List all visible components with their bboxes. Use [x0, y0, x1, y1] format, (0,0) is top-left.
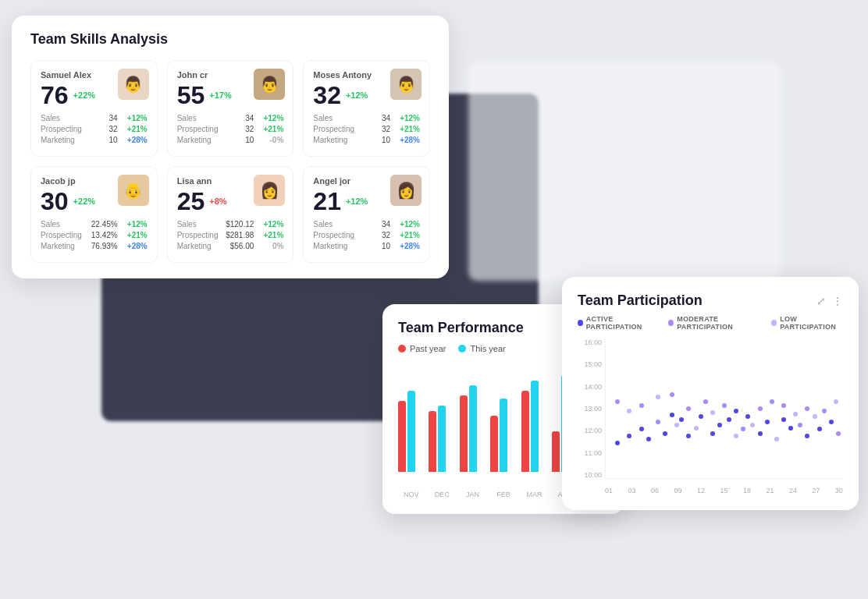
scatter-dot	[694, 426, 699, 431]
scatter-dot	[798, 423, 802, 427]
metric-value: 10	[361, 136, 390, 144]
avatar-placeholder: 👩	[254, 175, 285, 206]
metric-label: Sales	[41, 114, 60, 122]
x-axis-label: 18	[743, 487, 751, 494]
bar-past	[460, 395, 468, 472]
member-card: 👨 Moses Antony 32 +12% Sales 34 +12% Pro…	[303, 60, 430, 157]
legend-dot	[458, 345, 466, 353]
chart-month-label: NOV	[398, 491, 424, 498]
scatter-dot	[656, 420, 660, 424]
metric-label: Marketing	[313, 242, 347, 250]
x-axis-label: 12	[697, 487, 705, 494]
legend-item: This year	[458, 344, 505, 353]
more-button[interactable]: ⋮	[832, 295, 843, 307]
metric-value: 32	[361, 231, 390, 239]
bar-group	[460, 385, 486, 472]
metric-values: 76.93% +28%	[88, 242, 148, 250]
scatter-dot	[722, 403, 727, 408]
metric-row: Sales 34 +12%	[313, 220, 420, 229]
member-card: 👨 Samuel Alex 76 +22% Sales 34 +12% Pros…	[30, 60, 158, 157]
member-score: 76	[41, 83, 69, 108]
metric-row: Prospecting 32 +21%	[313, 125, 420, 133]
participation-legend-label: Moderate Participation	[677, 315, 760, 331]
scatter-dot	[674, 423, 679, 427]
metric-value: 34	[88, 114, 118, 122]
bar-current	[438, 406, 446, 472]
scatter-dot	[741, 427, 745, 431]
x-axis-label: 21	[766, 487, 774, 494]
metric-row: Prospecting 32 +21%	[177, 125, 284, 133]
metric-values: 32 +21%	[361, 231, 420, 239]
chart-month-label: MAR	[521, 491, 547, 498]
metric-row: Marketing 10 +28%	[41, 136, 148, 144]
scatter-dot	[670, 392, 674, 397]
chart-month-label: JAN	[460, 491, 486, 498]
scatter-dot	[765, 420, 770, 424]
participation-legend-dot	[668, 320, 674, 326]
member-avatar: 👨	[118, 69, 149, 100]
scatter-dot	[710, 410, 715, 415]
expand-button[interactable]: ⤢	[816, 295, 826, 307]
metric-values: 22.45% +12%	[88, 220, 148, 229]
bar-group	[490, 399, 516, 472]
avatar-placeholder: 👨	[390, 69, 422, 100]
metric-value: 10	[88, 136, 118, 144]
scatter-dot	[703, 399, 708, 404]
participation-legend-dot	[771, 320, 777, 326]
metric-row: Sales 34 +12%	[41, 114, 148, 122]
metric-value: 32	[88, 125, 118, 133]
scatter-dot	[615, 441, 620, 445]
scatter-dot	[834, 399, 838, 404]
metric-row: Sales 22.45% +12%	[41, 220, 148, 229]
member-score: 25	[177, 189, 205, 214]
member-avatar: 👩	[390, 175, 422, 206]
scatter-dot	[663, 431, 667, 436]
scatter-dot	[788, 426, 793, 431]
scatter-dot	[646, 437, 651, 441]
member-avatar: 👴	[118, 175, 149, 206]
member-change: +12%	[346, 90, 368, 100]
member-change: +22%	[73, 197, 95, 206]
metric-value: $56.00	[224, 242, 254, 250]
y-axis-label: 16:00	[578, 338, 605, 346]
metric-row: Marketing 10 +28%	[313, 136, 420, 144]
metric-label: Marketing	[177, 136, 212, 144]
y-axis-label: 10:00	[578, 471, 605, 479]
metric-label: Prospecting	[313, 231, 354, 239]
y-axis-label: 13:00	[578, 405, 605, 413]
metric-pct: +12%	[260, 220, 283, 229]
chart-month-label: DEC	[429, 491, 454, 498]
metric-label: Marketing	[177, 242, 212, 250]
metric-value: 13.42%	[88, 231, 118, 239]
metric-pct: +21%	[260, 125, 283, 133]
metric-pct: +28%	[124, 242, 148, 250]
chart-month-label: FEB	[490, 491, 516, 498]
metric-values: 10 -0%	[224, 136, 283, 144]
metric-value: $281.98	[224, 231, 254, 239]
member-change: +8%	[209, 197, 226, 206]
scatter-dot	[710, 431, 715, 436]
avatar-placeholder: 👨	[254, 69, 285, 100]
scatter-area	[605, 338, 843, 479]
metric-row: Sales $120.12 +12%	[177, 220, 284, 229]
metric-values: 10 +28%	[361, 242, 420, 250]
scatter-dot	[699, 414, 703, 419]
metric-row: Prospecting 32 +21%	[41, 125, 148, 133]
scatter-dot	[781, 403, 786, 408]
metric-pct: +12%	[397, 114, 420, 122]
bar-group	[521, 381, 547, 472]
metric-label: Sales	[177, 220, 197, 229]
x-axis-label: 03	[628, 487, 635, 494]
metric-pct: +21%	[397, 125, 420, 133]
member-score: 55	[177, 83, 205, 108]
metric-pct: -0%	[260, 136, 283, 144]
bar-past	[398, 401, 406, 472]
legend-item: Past year	[398, 344, 446, 353]
members-grid: 👨 Samuel Alex 76 +22% Sales 34 +12% Pros…	[30, 60, 430, 263]
avatar-placeholder: 👴	[118, 175, 149, 206]
scatter-dot	[627, 434, 631, 438]
scatter-chart: 16:0015:0014:0013:0012:0011:0010:00 0103…	[578, 338, 843, 494]
scatter-dot	[793, 412, 798, 416]
card-actions: ⤢ ⋮	[816, 295, 843, 307]
metric-label: Prospecting	[41, 125, 82, 133]
